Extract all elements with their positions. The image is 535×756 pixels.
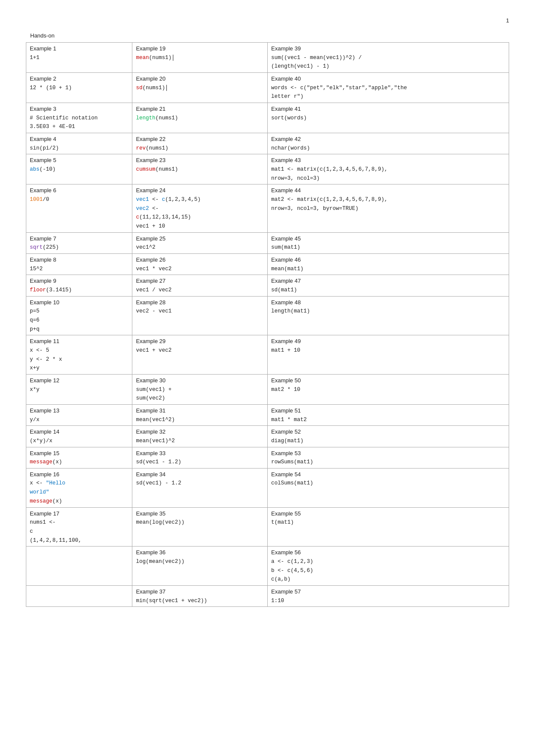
example-code: mat1 + 10 — [271, 347, 300, 353]
example-label: Example 17 — [30, 509, 128, 518]
example-label: Example 43 — [271, 156, 505, 165]
cell-ex36: Example 36 log(mean(vec2)) — [132, 547, 268, 586]
cell-ex33: Example 33 sd(vec1 - 1.2) — [132, 447, 268, 468]
example-label: Example 37 — [136, 587, 264, 596]
example-label: Example 19 — [136, 44, 264, 53]
cell-ex37: Example 37 min(sqrt(vec1 + vec2)) — [132, 586, 268, 607]
example-code: mean(vec1)^2 — [136, 438, 175, 444]
example-code: sum(mat1) — [271, 244, 300, 250]
cell-ex19: Example 19 mean(nums1)│ — [132, 43, 268, 73]
example-code: 15^2 — [30, 266, 43, 272]
example-code: vec1 * vec2 — [136, 266, 172, 272]
cell-ex56: Example 56 a <- c(1,2,3)b <- c(4,5,6)c(a… — [267, 547, 509, 586]
example-code: mat2 * 10 — [271, 387, 300, 393]
example-label: Example 44 — [271, 186, 505, 195]
cell-ex25: Example 25 vec1^2 — [132, 232, 268, 253]
example-label: Example 54 — [271, 470, 505, 479]
example-label: Example 3 — [30, 105, 128, 113]
example-code: log(mean(vec2)) — [136, 559, 185, 565]
cell-ex46: Example 46 mean(mat1) — [267, 254, 509, 275]
table-row: Example 11 x <- 5y <- 2 * xx+y Example 2… — [26, 335, 509, 375]
cell-ex34: Example 34 sd(vec1) - 1.2 — [132, 468, 268, 507]
cell-ex11: Example 11 x <- 5y <- 2 * xx+y — [26, 335, 132, 375]
example-code: mat1 <- matrix(c(1,2,3,4,5,6,7,8,9),nrow… — [271, 166, 388, 181]
example-label: Example 28 — [136, 298, 264, 307]
example-code: 1:10 — [271, 598, 284, 604]
example-label: Example 53 — [271, 449, 505, 458]
example-label: Example 33 — [136, 449, 264, 458]
example-label: Example 40 — [271, 75, 505, 83]
cell-ex3: Example 3 # Scientific notation3.5E03 + … — [26, 103, 132, 133]
cell-ex47: Example 47 sd(mat1) — [267, 275, 509, 296]
example-code: words <- c("pet","elk","star","apple","t… — [271, 85, 407, 100]
cell-ex4: Example 4 sin(pi/2) — [26, 133, 132, 154]
example-label: Example 36 — [136, 548, 264, 557]
cell-ex28: Example 28 vec2 - vec1 — [132, 296, 268, 335]
example-label: Example 41 — [271, 105, 505, 113]
cell-ex48: Example 48 length(mat1) — [267, 296, 509, 335]
example-code: mean(log(vec2)) — [136, 519, 185, 525]
cell-ex41: Example 41 sort(words) — [267, 103, 509, 133]
table-row: Example 2 12 * (10 + 1) Example 20 sd(nu… — [26, 73, 509, 103]
example-label: Example 10 — [30, 298, 128, 307]
cell-ex55: Example 55 t(mat1) — [267, 507, 509, 547]
table-row: Example 10 p=5q=6p+q Example 28 vec2 - v… — [26, 296, 509, 335]
cell-ex2: Example 2 12 * (10 + 1) — [26, 73, 132, 103]
cell-ex44: Example 44 mat2 <- matrix(c(1,2,3,4,5,6,… — [267, 184, 509, 233]
example-label: Example 6 — [30, 186, 128, 195]
cell-ex53: Example 53 rowSums(mat1) — [267, 447, 509, 468]
example-label: Example 56 — [271, 548, 505, 557]
cell-ex12: Example 12 x*y — [26, 375, 132, 405]
cell-ex51: Example 51 mat1 * mat2 — [267, 405, 509, 426]
table-row: Example 1 1+1 Example 19 mean(nums1)│ Ex… — [26, 43, 509, 73]
cell-ex5: Example 5 abs(-10) — [26, 154, 132, 184]
example-label: Example 55 — [271, 509, 505, 518]
cell-ex9: Example 9 floor(3.1415) — [26, 275, 132, 296]
example-code: # Scientific notation3.5E03 + 4E-01 — [30, 115, 98, 130]
cell-ex14: Example 14 (x*y)/x — [26, 426, 132, 447]
example-code: abs(-10) — [30, 166, 56, 172]
example-code: 1001/0 — [30, 197, 49, 203]
example-code: length(nums1) — [136, 115, 178, 121]
example-label: Example 22 — [136, 135, 264, 144]
example-code: vec1 + vec2 — [136, 347, 172, 353]
cell-ex21: Example 21 length(nums1) — [132, 103, 268, 133]
example-label: Example 21 — [136, 105, 264, 113]
example-label: Example 31 — [136, 406, 264, 415]
example-code: rev(nums1) — [136, 145, 168, 151]
cell-ex26: Example 26 vec1 * vec2 — [132, 254, 268, 275]
table-row: Example 4 sin(pi/2) Example 22 rev(nums1… — [26, 133, 509, 154]
example-label: Example 26 — [136, 256, 264, 264]
example-label: Example 42 — [271, 135, 505, 144]
cell-ex16: Example 16 x <- "Helloworld"message(x) — [26, 468, 132, 507]
table-row: Example 7 sqrt(225) Example 25 vec1^2 Ex… — [26, 232, 509, 253]
cell-ex50: Example 50 mat2 * 10 — [267, 375, 509, 405]
table-row: Example 16 x <- "Helloworld"message(x) E… — [26, 468, 509, 507]
example-label: Example 7 — [30, 234, 128, 243]
table-row: Example 15 message(x) Example 33 sd(vec1… — [26, 447, 509, 468]
example-code: a <- c(1,2,3)b <- c(4,5,6)c(a,b) — [271, 559, 313, 583]
example-label: Example 24 — [136, 186, 264, 195]
example-label: Example 30 — [136, 376, 264, 385]
page-number: 1 — [26, 17, 509, 24]
cell-ex49: Example 49 mat1 + 10 — [267, 335, 509, 375]
example-label: Example 2 — [30, 75, 128, 83]
example-code: rowSums(mat1) — [271, 459, 313, 465]
example-label: Example 29 — [136, 337, 264, 346]
example-code: nchar(words) — [271, 145, 310, 151]
table-row: Example 17 nums1 <-c(1,4,2,8,11,100, Exa… — [26, 507, 509, 547]
example-code: message(x) — [30, 459, 62, 465]
example-code: t(mat1) — [271, 519, 294, 525]
example-code: sd(mat1) — [271, 287, 297, 293]
example-label: Example 49 — [271, 337, 505, 346]
cell-ex1: Example 1 1+1 — [26, 43, 132, 73]
example-code: sin(pi/2) — [30, 145, 59, 151]
cell-ex6: Example 6 1001/0 — [26, 184, 132, 233]
table-row: Example 8 15^2 Example 26 vec1 * vec2 Ex… — [26, 254, 509, 275]
cell-ex17: Example 17 nums1 <-c(1,4,2,8,11,100, — [26, 507, 132, 547]
example-label: Example 27 — [136, 277, 264, 285]
example-label: Example 14 — [30, 428, 128, 436]
example-code: min(sqrt(vec1 + vec2)) — [136, 598, 207, 604]
cell-ex43: Example 43 mat1 <- matrix(c(1,2,3,4,5,6,… — [267, 154, 509, 184]
example-code: floor(3.1415) — [30, 287, 72, 293]
